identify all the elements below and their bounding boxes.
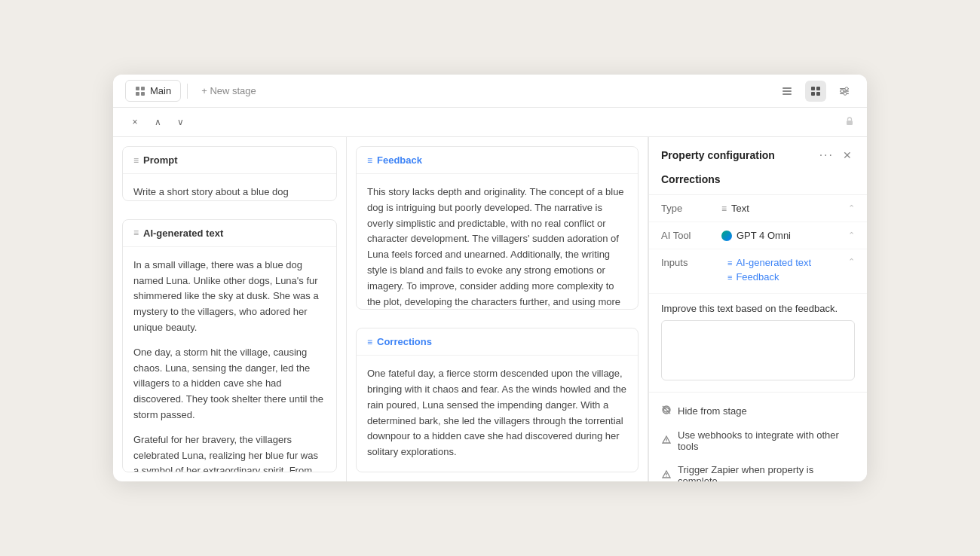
- close-toolbar-btn[interactable]: ×: [125, 112, 145, 132]
- inputs-list: ≡ AI-generated text ≡ Feedback: [727, 257, 811, 286]
- feedback-panel-title: Feedback: [377, 154, 422, 166]
- corrections-lines-icon: ≡: [367, 337, 372, 347]
- view-list-btn[interactable]: [776, 81, 798, 102]
- input2-lines-icon: ≡: [727, 273, 732, 282]
- prop-aitool-row[interactable]: AI Tool GPT 4 Omni ⌃: [649, 222, 867, 249]
- app-window: Main + New stage: [113, 75, 867, 481]
- input-tag-1[interactable]: ≡ AI-generated text: [727, 257, 811, 268]
- feedback-text: This story lacks depth and originality. …: [367, 186, 624, 310]
- prop-actions: Hide from stage Use webhooks to integrat…: [649, 393, 867, 481]
- view-grid-btn[interactable]: [805, 81, 826, 102]
- prop-more-btn[interactable]: ···: [819, 148, 834, 162]
- up-btn[interactable]: ∧: [148, 112, 167, 132]
- type-chevron-icon: ⌃: [848, 203, 855, 213]
- type-text-value: Text: [731, 203, 749, 214]
- corrections-panel-header: ≡ Corrections: [357, 328, 638, 356]
- options-icon: [838, 85, 850, 97]
- corrections-badge: Corrections: [649, 170, 867, 195]
- svg-rect-17: [847, 121, 853, 125]
- main-tab[interactable]: Main: [125, 80, 181, 102]
- prompt-panel-header: ≡ Prompt: [123, 147, 336, 174]
- prop-title: Property configuration: [661, 149, 775, 161]
- svg-rect-2: [136, 92, 139, 96]
- lock-btn[interactable]: [844, 116, 855, 129]
- prop-close-btn[interactable]: ✕: [840, 148, 855, 163]
- ai-para-3: Grateful for her bravery, the villagers …: [133, 432, 326, 472]
- inputs-chevron-icon: ⌃: [848, 257, 855, 267]
- webhooks-item[interactable]: Use webhooks to integrate with other too…: [649, 423, 867, 458]
- aitool-chevron-icon: ⌃: [848, 231, 855, 240]
- svg-rect-9: [811, 92, 815, 96]
- svg-rect-7: [811, 87, 815, 90]
- prop-inputs-label: Inputs: [661, 257, 721, 268]
- aitool-text: GPT 4 Omni: [737, 230, 791, 241]
- tab-divider: [187, 84, 188, 99]
- svg-rect-8: [816, 87, 820, 90]
- svg-point-16: [844, 92, 847, 95]
- grid-icon: [135, 86, 145, 96]
- svg-point-25: [666, 476, 667, 477]
- hide-stage-label: Hide from stage: [678, 405, 747, 417]
- top-bar-right: [776, 81, 855, 102]
- prop-type-value-inner: ≡ Text: [721, 203, 749, 214]
- prop-aitool-value: GPT 4 Omni ⌃: [721, 230, 855, 241]
- content-area: ≡ Prompt Write a short story about a blu…: [113, 137, 867, 481]
- feedback-lines-icon: ≡: [367, 155, 372, 166]
- prompt-panel: ≡ Prompt Write a short story about a blu…: [122, 146, 337, 201]
- toolbar-row: × ∧ ∨: [113, 108, 867, 137]
- prop-type-label: Type: [661, 203, 721, 214]
- prop-type-value: ≡ Text ⌃: [721, 203, 855, 214]
- down-btn[interactable]: ∨: [170, 112, 190, 132]
- prop-header-actions: ··· ✕: [819, 148, 855, 163]
- input-tag-2[interactable]: ≡ Feedback: [727, 271, 811, 283]
- hide-stage-item[interactable]: Hide from stage: [649, 399, 867, 423]
- svg-point-14: [845, 87, 848, 90]
- input2-label: Feedback: [736, 271, 779, 283]
- svg-point-15: [841, 90, 844, 93]
- left-column: ≡ Prompt Write a short story about a blu…: [113, 137, 347, 481]
- toolbar-left: × ∧ ∨: [125, 112, 190, 132]
- input1-lines-icon: ≡: [727, 258, 732, 267]
- prop-inputs-section: Inputs ≡ AI-generated text ≡ Feedback ⌃: [649, 249, 867, 294]
- corrections-para-2: Inside the cave, the villagers huddled t…: [367, 469, 627, 472]
- new-stage-btn[interactable]: + New stage: [194, 81, 264, 101]
- property-panel: Property configuration ··· ✕ Corrections…: [648, 137, 867, 481]
- svg-rect-1: [141, 87, 145, 90]
- ai-generated-header: ≡ AI-generated text: [123, 220, 336, 247]
- prop-header: Property configuration ··· ✕: [649, 137, 867, 170]
- corrections-para-1: One fateful day, a fierce storm descende…: [367, 366, 627, 460]
- prompt-lines-icon: ≡: [133, 155, 139, 166]
- webhooks-label: Use webhooks to integrate with other too…: [678, 429, 855, 452]
- webhooks-icon: [661, 435, 672, 448]
- more-options-btn[interactable]: [834, 81, 855, 102]
- ai-generated-body: In a small village, there was a blue dog…: [123, 247, 336, 472]
- prompt-panel-body: Write a short story about a blue dog: [123, 174, 336, 201]
- prop-aitool-value-inner: GPT 4 Omni: [721, 230, 791, 241]
- svg-point-22: [666, 441, 667, 442]
- svg-rect-6: [782, 93, 792, 95]
- svg-rect-4: [782, 87, 792, 89]
- ai-generated-lines-icon: ≡: [133, 228, 139, 238]
- gpt-icon: [721, 231, 732, 241]
- main-tab-label: Main: [150, 85, 171, 96]
- prompt-panel-title: Prompt: [143, 154, 178, 166]
- zapier-item[interactable]: Trigger Zapier when property is complete: [649, 458, 867, 481]
- hide-stage-icon: [661, 405, 672, 417]
- input1-label: AI-generated text: [736, 257, 811, 268]
- type-text-icon: ≡: [721, 203, 727, 214]
- prompt-text: Write a short story about a blue dog: [133, 186, 289, 197]
- svg-rect-10: [816, 92, 820, 96]
- ai-para-1: In a small village, there was a blue dog…: [133, 258, 326, 336]
- svg-rect-0: [136, 87, 139, 90]
- prop-type-row[interactable]: Type ≡ Text ⌃: [649, 195, 867, 222]
- svg-rect-3: [141, 92, 145, 96]
- prop-prompt-textarea[interactable]: [661, 320, 855, 380]
- ai-para-2: One day, a storm hit the village, causin…: [133, 345, 326, 423]
- svg-rect-5: [782, 90, 792, 92]
- corrections-panel: ≡ Corrections One fateful day, a fierce …: [356, 328, 639, 472]
- corrections-panel-title: Corrections: [377, 336, 432, 347]
- zapier-label: Trigger Zapier when property is complete: [678, 464, 855, 481]
- corrections-panel-body: One fateful day, a fierce storm descende…: [357, 356, 638, 472]
- ai-generated-panel: ≡ AI-generated text In a small village, …: [122, 219, 337, 472]
- middle-column: ≡ Feedback This story lacks depth and or…: [347, 137, 648, 481]
